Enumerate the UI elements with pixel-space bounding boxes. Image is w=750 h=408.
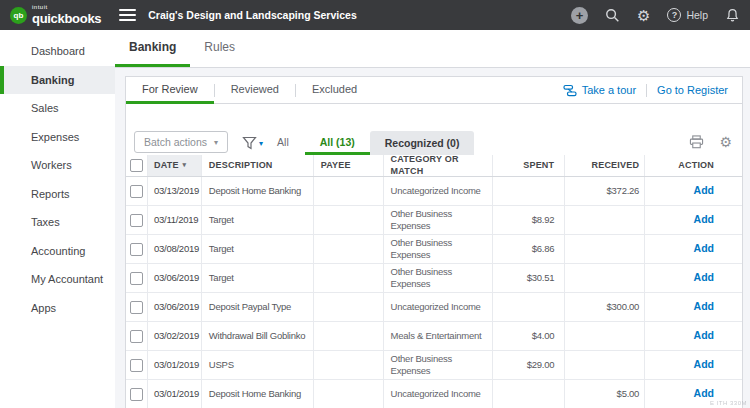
cell-category: Other Business Expenses	[384, 206, 494, 234]
table-row[interactable]: 03/02/2019 Withdrawal Bill Goblinko Meal…	[126, 322, 742, 351]
table-row[interactable]: 03/06/2019 Target Other Business Expense…	[126, 264, 742, 293]
table-settings-gear-icon[interactable]: ⚙	[719, 135, 732, 149]
tab-rules[interactable]: Rules	[190, 30, 249, 67]
search-button[interactable]	[605, 8, 620, 23]
column-header-category[interactable]: CATEGORY OR MATCH	[384, 155, 494, 176]
sidebar-item-dashboard[interactable]: Dashboard	[0, 37, 115, 66]
row-checkbox[interactable]	[130, 272, 143, 285]
column-header-description[interactable]: DESCRIPTION	[202, 155, 314, 176]
company-name: Craig's Design and Landscaping Services	[148, 9, 356, 21]
row-checkbox[interactable]	[130, 330, 143, 343]
cell-spent	[493, 177, 565, 205]
go-to-register-link[interactable]: Go to Register	[657, 84, 728, 96]
cell-date: 03/06/2019	[148, 293, 202, 321]
cell-description: Target	[202, 206, 314, 234]
sidebar-item-sales[interactable]: Sales	[0, 94, 115, 123]
select-all-checkbox[interactable]	[130, 159, 143, 172]
table-row[interactable]: 03/01/2019 Deposit Home Banking Uncatego…	[126, 380, 742, 408]
print-icon[interactable]	[689, 135, 704, 149]
cell-category: Other Business Expenses	[384, 351, 494, 379]
watermark-text: E ITH 330M	[710, 400, 747, 406]
create-new-button[interactable]: +	[571, 7, 588, 24]
batch-actions-label: Batch actions	[144, 136, 207, 148]
add-link[interactable]: Add	[694, 387, 714, 400]
table-row[interactable]: 03/01/2019 USPS Other Business Expenses …	[126, 351, 742, 380]
table-header-row: DATE ▾ DESCRIPTION PAYEE CATEGORY OR MAT…	[126, 155, 742, 177]
cell-spent: $4.00	[493, 322, 565, 350]
cell-category: Uncategorized Income	[384, 380, 494, 408]
tab-banking[interactable]: Banking	[115, 30, 190, 67]
tab-excluded[interactable]: Excluded	[296, 78, 373, 104]
cell-received	[565, 351, 645, 379]
table-row[interactable]: 03/13/2019 Deposit Home Banking Uncatego…	[126, 177, 742, 206]
add-link[interactable]: Add	[694, 329, 714, 342]
cell-date: 03/01/2019	[148, 380, 202, 408]
add-link[interactable]: Add	[694, 242, 714, 255]
gear-icon: ⚙	[637, 8, 650, 23]
row-checkbox[interactable]	[130, 185, 143, 198]
cell-received	[565, 206, 645, 234]
table-row[interactable]: 03/06/2019 Deposit Paypal Type Uncategor…	[126, 293, 742, 322]
filter-button[interactable]: ▾	[242, 136, 263, 150]
sidebar-item-apps[interactable]: Apps	[0, 294, 115, 323]
row-checkbox[interactable]	[130, 214, 143, 227]
cell-description: Withdrawal Bill Goblinko	[202, 322, 314, 350]
tab-all[interactable]: All (13)	[305, 131, 370, 155]
sidebar-item-reports[interactable]: Reports	[0, 180, 115, 209]
column-header-payee[interactable]: PAYEE	[314, 155, 384, 176]
row-checkbox[interactable]	[130, 388, 143, 401]
cell-spent: $29.00	[493, 351, 565, 379]
sort-caret-icon: ▾	[183, 161, 187, 170]
add-link[interactable]: Add	[694, 358, 714, 371]
cell-received	[565, 235, 645, 263]
tab-recognized[interactable]: Recognized (0)	[370, 131, 475, 155]
sidebar-item-banking[interactable]: Banking	[0, 66, 115, 95]
sidebar-item-workers[interactable]: Workers	[0, 151, 115, 180]
sidebar-item-my-accountant[interactable]: My Accountant	[0, 265, 115, 294]
sidebar-item-taxes[interactable]: Taxes	[0, 208, 115, 237]
cell-category: Other Business Expenses	[384, 235, 494, 263]
sidebar-item-expenses[interactable]: Expenses	[0, 123, 115, 152]
settings-button[interactable]: ⚙	[637, 8, 650, 23]
help-icon: ?	[667, 8, 681, 22]
row-checkbox[interactable]	[130, 301, 143, 314]
add-link[interactable]: Add	[694, 271, 714, 284]
table-row[interactable]: 03/11/2019 Target Other Business Expense…	[126, 206, 742, 235]
chevron-down-icon: ▾	[259, 139, 263, 148]
sidebar-item-accounting[interactable]: Accounting	[0, 237, 115, 266]
cell-payee	[314, 264, 384, 292]
cell-date: 03/08/2019	[148, 235, 202, 263]
cell-payee	[314, 235, 384, 263]
cell-date: 03/06/2019	[148, 264, 202, 292]
cell-payee	[314, 206, 384, 234]
cell-received	[565, 322, 645, 350]
quickbooks-label: quickbooks	[32, 11, 101, 26]
cell-description: Deposit Home Banking	[202, 177, 314, 205]
column-header-date[interactable]: DATE ▾	[148, 155, 202, 176]
column-header-received[interactable]: RECEIVED	[565, 155, 645, 176]
help-button[interactable]: ? Help	[667, 8, 708, 22]
notifications-button[interactable]	[725, 8, 740, 23]
add-link[interactable]: Add	[694, 213, 714, 226]
tab-reviewed[interactable]: Reviewed	[215, 78, 295, 104]
banking-card: For Review Reviewed Excluded Take a tour	[125, 76, 743, 408]
row-checkbox[interactable]	[130, 359, 143, 372]
take-a-tour-link[interactable]: Take a tour	[563, 84, 636, 97]
add-link[interactable]: Add	[694, 184, 714, 197]
table-row[interactable]: 03/08/2019 Target Other Business Expense…	[126, 235, 742, 264]
quickbooks-logo[interactable]: qb intuit quickbooks	[10, 4, 101, 26]
qb-logo-icon: qb	[10, 7, 27, 24]
column-header-spent[interactable]: SPENT	[493, 155, 565, 176]
cell-received: $372.26	[565, 177, 645, 205]
hamburger-menu-icon[interactable]	[119, 9, 136, 21]
cell-received: $300.00	[565, 293, 645, 321]
plus-icon: +	[571, 7, 588, 24]
cell-description: Target	[202, 235, 314, 263]
add-link[interactable]: Add	[694, 300, 714, 313]
intuit-label: intuit	[32, 4, 101, 10]
row-checkbox[interactable]	[130, 243, 143, 256]
cell-description: Deposit Paypal Type	[202, 293, 314, 321]
tab-for-review[interactable]: For Review	[126, 78, 214, 104]
batch-actions-button[interactable]: Batch actions ▾	[134, 131, 228, 153]
cell-description: USPS	[202, 351, 314, 379]
